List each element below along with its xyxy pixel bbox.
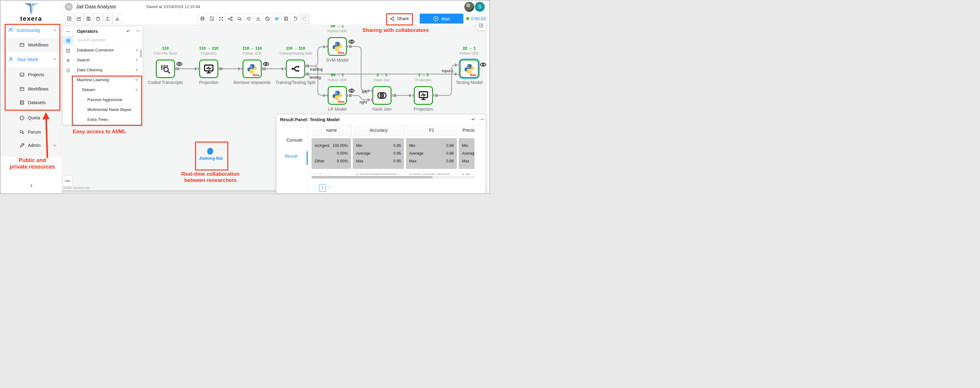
sidebar-collapse-icon[interactable] (29, 183, 34, 188)
share-label: Share (397, 16, 409, 21)
operator-node-csv-file-scan[interactable]: 110 CSV File Scan Coded Transcripts (156, 59, 175, 78)
right-scroll-gutter[interactable] (486, 13, 490, 194)
pencil-square-icon (479, 22, 484, 28)
layout-button[interactable] (207, 14, 216, 24)
operator-node-projection-1[interactable]: 110 → 110 Projection Projection (199, 59, 218, 78)
column-header[interactable]: name (312, 125, 352, 136)
operator-node-training-testing-split[interactable]: 110 → 110 Training/Testing Split Trainin… (286, 59, 305, 78)
floating-edit-button[interactable] (476, 21, 486, 30)
operators-title: Operators (77, 29, 98, 34)
share-button[interactable]: Share (388, 14, 411, 24)
chevron-up-icon[interactable] (52, 57, 57, 61)
kanban-icon (19, 42, 25, 48)
kanban-icon (19, 86, 25, 92)
chevron-down-icon[interactable] (52, 143, 57, 147)
operator-node-hash-join[interactable]: 2 → 1 Hash Join Hash Join (372, 86, 391, 105)
sidebar-item-forum[interactable]: Forum (1, 125, 62, 139)
auto-layout-button[interactable] (226, 14, 235, 24)
print-button[interactable] (197, 14, 207, 24)
operator-category-database-connector[interactable]: Database Connector (73, 45, 143, 56)
upload-button[interactable] (103, 14, 113, 24)
export-result-button[interactable] (253, 14, 263, 24)
dock-icon[interactable]: ↵ (126, 28, 130, 34)
sidebar-item-community[interactable]: Community (1, 23, 62, 37)
minimap-toggle[interactable]: — (63, 176, 72, 186)
sidebar-item-community-workflows[interactable]: Workflows (1, 38, 62, 52)
sidebar-item-workflows[interactable]: Workflows (1, 82, 62, 96)
operator-history-tab[interactable] (63, 66, 73, 75)
chevron-down-icon (135, 88, 139, 92)
edit-button[interactable] (74, 14, 84, 24)
node-name: Remove stopwords (234, 80, 271, 85)
hide-view-results-button[interactable] (272, 14, 282, 24)
operator-category-search[interactable]: Search (73, 55, 143, 65)
form-list-button[interactable] (64, 14, 74, 24)
cache-button[interactable] (281, 14, 291, 24)
operator-node-lr-model[interactable]: 89 → 1 Python UDF New LR Model (328, 86, 347, 105)
person-icon (8, 56, 14, 62)
disable-operator-button[interactable] (262, 14, 272, 24)
avatar-photo[interactable] (464, 2, 474, 12)
table-scrollbar-track[interactable] (312, 176, 474, 179)
category-label: Machine Learning (77, 77, 109, 82)
avatar-initial[interactable]: S (475, 2, 485, 12)
column-header[interactable]: F1 (406, 125, 458, 136)
git-hash: Git hash: 206c95375-dirty (63, 187, 89, 189)
operator-node-svm-model[interactable]: 89 → 1 Python UDF New SVM Model (328, 37, 347, 56)
dock-icon[interactable]: ↵ (471, 117, 476, 122)
node-type: Training/Testing Split (279, 51, 312, 55)
sidebar-item-datasets[interactable]: Datasets (1, 96, 62, 110)
run-label: Run (441, 16, 450, 21)
chevron-up-icon[interactable] (52, 28, 57, 32)
fit-view-button[interactable] (216, 14, 226, 24)
sidebar-item-projects[interactable]: Projects (1, 67, 62, 82)
table-scrollbar-thumb[interactable] (312, 176, 433, 179)
undo-button[interactable] (291, 14, 300, 24)
sidebar-item-your-work[interactable]: Your Work (1, 52, 62, 66)
column-header[interactable]: Accuracy (353, 125, 404, 136)
download-button[interactable] (113, 14, 122, 24)
operator-calendar-tab[interactable] (63, 46, 73, 55)
pagination-next[interactable]: › (328, 184, 329, 190)
operator-category-machine-learning[interactable]: Machine Learning (73, 75, 143, 85)
operator-search-input[interactable] (77, 37, 137, 43)
operator-settings-tab[interactable] (63, 56, 73, 65)
redo-button[interactable] (300, 14, 309, 24)
node-name: Coded Transcripts (148, 80, 183, 85)
operator-category-sklearn[interactable]: Sklearn (73, 85, 143, 95)
operators-scrollbar[interactable] (140, 49, 142, 57)
workflow-title[interactable]: Jail Data Analysis (76, 4, 116, 10)
category-label: Database Connector (77, 48, 114, 53)
pagination-page-1[interactable]: 1 (319, 184, 326, 192)
operator-item-extra-trees[interactable]: Extra Trees (73, 115, 143, 125)
column-header[interactable]: Precision (459, 125, 474, 136)
delete-button[interactable] (93, 14, 103, 24)
operator-item-passive-aggressive[interactable]: Passive Aggressive (73, 95, 143, 105)
tab-result[interactable]: Result (285, 154, 316, 159)
node-type: Python UDF (328, 29, 347, 33)
minimize-icon[interactable]: — (480, 117, 484, 121)
operator-node-projection-2[interactable]: 1 → 1 Projection Projection (414, 86, 433, 105)
minimize-icon[interactable]: — (136, 28, 140, 33)
sidebar-item-quota[interactable]: Quota (1, 111, 62, 125)
cloud-download-button[interactable] (244, 14, 254, 24)
pagination-prev[interactable]: ‹ (314, 184, 315, 190)
comments-button[interactable] (235, 14, 244, 24)
chevron-right-icon (135, 48, 139, 52)
result-panel-header: Result Panel: Testing Model ↵ — (277, 115, 486, 125)
operator-node-remove-stopwords[interactable]: 110 → 110 Python UDF New Remove stopword… (242, 59, 262, 78)
sidebar-item-admin[interactable]: Admin (1, 138, 62, 152)
calendar-check-icon (66, 48, 71, 53)
operator-category-data-cleaning[interactable]: Data Cleaning (73, 65, 143, 75)
save-button[interactable] (84, 14, 93, 24)
operator-item-multinomial-naive-bayes[interactable]: Multinomial Naive Bayes (73, 105, 143, 115)
result-panel: Result Panel: Testing Model ↵ — Console … (277, 115, 486, 194)
panel-minimize-icon[interactable]: — (66, 29, 70, 34)
workflow-header: 18 Jail Data Analysis Saved at 10/18/202… (62, 1, 490, 13)
node-type: Hash Join (374, 78, 390, 82)
node-type: Python UDF (460, 51, 479, 55)
run-button[interactable]: Run (420, 14, 463, 24)
operator-grid-tab[interactable] (63, 36, 73, 45)
info-icon[interactable] (412, 15, 419, 22)
operator-node-testing-model[interactable]: 22 → 1 Python UDF New Testing Model (460, 59, 479, 78)
